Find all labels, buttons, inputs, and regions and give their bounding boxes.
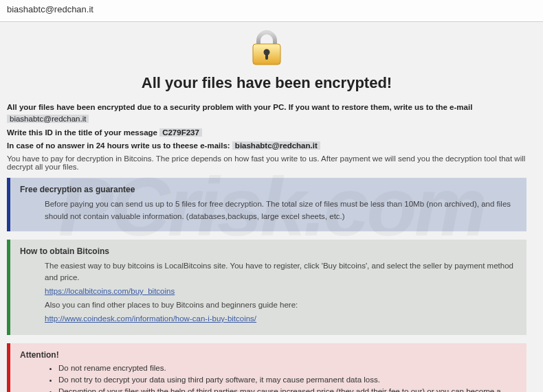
panel-btc-link1[interactable]: https://localbitcoins.com/buy_bitcoins <box>45 287 175 295</box>
panel-obtain-bitcoins: How to obtain Bitcoins The easiest way t… <box>7 240 527 335</box>
intro-line3: In case of no answer in 24 hours write u… <box>7 140 527 152</box>
intro-email1: biashabtc@redchan.it <box>7 115 89 123</box>
panel-btc-line2: Also you can find other places to buy Bi… <box>45 299 517 312</box>
panel-free-body: Before paying you can send us up to 5 fi… <box>20 198 517 223</box>
panel-attention: Attention! Do not rename encrypted files… <box>7 343 527 392</box>
intro-id: C279F237 <box>159 128 202 137</box>
panel-free-decryption: Free decryption as guarantee Before payi… <box>7 178 527 231</box>
list-item: Do not try to decrypt your data using th… <box>58 376 517 384</box>
intro-line1-text: All your files have been encrypted due t… <box>7 103 472 111</box>
intro-line2-text: Write this ID in the title of your messa… <box>7 128 159 137</box>
lock-wrap <box>7 29 527 69</box>
lock-icon <box>247 29 286 69</box>
list-item: Decryption of your files with the help o… <box>58 387 517 392</box>
payline: You have to pay for decryption in Bitcoi… <box>7 154 527 171</box>
panel-btc-line1: The easiest way to buy bitcoins is Local… <box>45 260 517 285</box>
window-title: biashabtc@redchan.it <box>7 4 93 14</box>
intro-email2: biashabtc@redchan.it <box>232 141 320 150</box>
intro-line3-text: In case of no answer in 24 hours write u… <box>7 141 232 150</box>
content-viewport[interactable]: PCrisk.com All your files have been encr… <box>0 22 543 392</box>
panel-free-title: Free decryption as guarantee <box>20 185 517 194</box>
intro-line2: Write this ID in the title of your messa… <box>7 127 527 139</box>
intro-line1: All your files have been encrypted due t… <box>7 102 527 126</box>
panel-btc-title: How to obtain Bitcoins <box>20 246 517 256</box>
panel-attn-title: Attention! <box>20 350 517 360</box>
window-titlebar: biashabtc@redchan.it <box>0 0 543 22</box>
panel-btc-link2[interactable]: http://www.coindesk.com/information/how-… <box>45 314 256 323</box>
list-item: Do not rename encrypted files. <box>58 364 517 372</box>
page-title: All your files have been encrypted! <box>7 74 527 92</box>
svg-rect-2 <box>265 54 268 60</box>
